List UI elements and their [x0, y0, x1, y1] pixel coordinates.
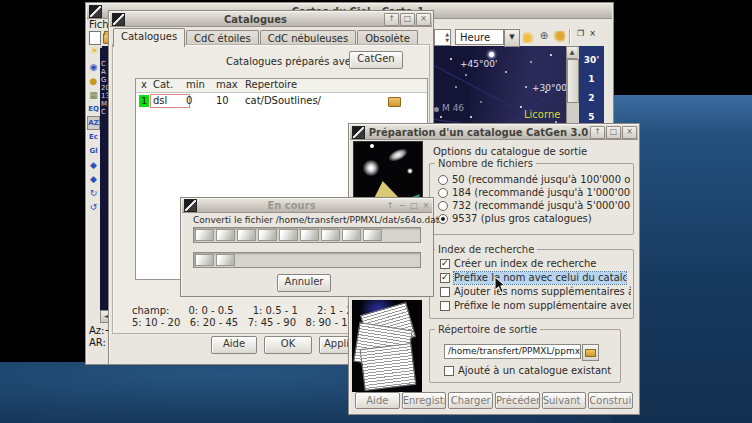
close-icon[interactable]: × [416, 13, 431, 26]
radio-732[interactable] [438, 201, 448, 211]
maximize-icon[interactable]: □ [400, 13, 415, 26]
radio-50-label[interactable]: 50 (recommandé jusqu'à 100'000 objets) [452, 174, 631, 186]
row-min-cell[interactable]: 0 [186, 95, 192, 106]
bright-star [489, 52, 494, 57]
maximize-icon[interactable]: □ [408, 201, 420, 210]
maximize-icon[interactable]: □ [606, 126, 621, 139]
catgen-titlebar[interactable]: Préparation d'un catalogue CatGen 3.0 ↑ … [350, 125, 638, 140]
pin-icon[interactable]: ↑ [384, 201, 396, 210]
close-icon[interactable]: × [622, 126, 637, 139]
radio-9537-label[interactable]: 9537 (plus gros catalogues) [452, 213, 631, 225]
minimize-icon[interactable]: − [396, 201, 408, 210]
checkbox-prefix-name[interactable] [440, 273, 450, 283]
rollup-icon[interactable]: ↑ [384, 13, 399, 26]
col-repertoire: Repertoire [245, 79, 297, 90]
comet-icon[interactable] [523, 31, 535, 43]
crosshair-icon[interactable]: ⊕ [538, 30, 550, 42]
radio-184[interactable] [438, 188, 448, 198]
browse-folder-icon[interactable] [388, 97, 401, 107]
time-step-spinner[interactable]: ▲▼ [434, 29, 451, 46]
prepared-label: Catalogues préparés avec [226, 56, 356, 67]
catgen-button-row: Aide Enregistrer Charger Précédent Suiva… [355, 392, 633, 409]
flip-horizontal-icon[interactable]: ◆ [87, 158, 100, 172]
checkbox-create-index-label[interactable]: Créer un index de recherche [454, 258, 631, 270]
fov-item[interactable]: 5 [579, 112, 604, 122]
ok-button[interactable]: OK [264, 336, 312, 354]
checkbox-append-existing-label[interactable]: Ajouté à un catalogue existant [458, 365, 618, 377]
checkbox-add-names[interactable] [440, 287, 450, 297]
tracking-icon[interactable] [553, 31, 565, 43]
clock-icon[interactable]: ◉ [87, 60, 100, 74]
progress-dialog: En cours ↑ − □ × Converti le fichier /ho… [180, 197, 434, 297]
progress-titlebar[interactable]: En cours ↑ − □ × [182, 199, 432, 213]
scroll-up-arrow[interactable]: ▲ [567, 47, 577, 59]
row-repertoire-cell[interactable]: cat/DSoutlines/ [245, 95, 321, 106]
table-header: x Cat. min max Repertoire [136, 79, 427, 93]
col-min: min [186, 79, 205, 90]
row-active-cell[interactable]: 1 [139, 95, 149, 107]
radio-50[interactable] [438, 175, 448, 185]
catalogues-title: Catalogues [127, 14, 384, 25]
index-group-legend: Index de recherche [435, 244, 537, 255]
files-group-legend: Nombre de fichiers [435, 158, 536, 169]
rotate-ccw-icon[interactable]: ↺ [87, 200, 100, 214]
progress-message: Converti le fichier /home/transfert/PPMX… [193, 215, 439, 225]
catalogues-titlebar[interactable]: Catalogues ↑ □ × [110, 12, 432, 27]
m46-dot [434, 107, 439, 112]
grid-icon[interactable]: ▦ [87, 88, 100, 102]
next-button[interactable]: Suivant > [542, 392, 587, 409]
scroll-thumb[interactable] [567, 59, 579, 103]
progress-bar-file [193, 227, 421, 243]
radio-184-label[interactable]: 184 (recommandé jusqu'à 1'000'000 objets… [452, 187, 631, 199]
app-icon [352, 126, 365, 139]
fov-item[interactable]: 30' [579, 55, 604, 65]
galaxy-image [353, 141, 423, 205]
previous-button[interactable]: Précédent [495, 392, 540, 409]
rotate-cw-icon[interactable]: ↻ [87, 186, 100, 200]
build-button[interactable]: Construire le [588, 392, 633, 409]
files-group: Nombre de fichiers 50 (recommandé jusqu'… [429, 163, 634, 235]
lock-icon[interactable]: ● [87, 74, 100, 88]
catalog-papers-image [352, 300, 422, 392]
checkbox-create-index[interactable] [440, 259, 450, 269]
col-max: max [216, 79, 238, 90]
row-max-cell[interactable]: 10 [216, 95, 229, 106]
progress-bar-total [193, 252, 421, 268]
equatorial-button[interactable]: EQ [87, 102, 100, 116]
output-path-input[interactable]: /home/transfert/PPMXL/ppmxl [444, 344, 581, 359]
col-x: x [141, 79, 147, 90]
tab-catalogues[interactable]: Catalogues [113, 28, 185, 47]
radio-732-label[interactable]: 732 (recommandé jusqu'à 5'000'000 objets… [452, 200, 631, 212]
help-button[interactable]: Aide [355, 392, 400, 409]
checkbox-prefix-supp-label[interactable]: Préfixe le nom supplémentaire avec son l… [454, 300, 631, 312]
save-button[interactable]: Enregistrer [402, 392, 447, 409]
browse-folder-button[interactable] [582, 344, 599, 361]
radio-9537[interactable] [438, 214, 448, 224]
row-cat-cell[interactable]: dsl [150, 94, 190, 108]
mdi-restore-icon[interactable]: ❐ [575, 29, 586, 39]
azimuthal-button[interactable]: AZ [87, 116, 100, 130]
flip-vertical-icon[interactable]: ◆ [87, 172, 100, 186]
fov-item[interactable]: 1 [579, 74, 604, 84]
cancel-button[interactable]: Annuler [277, 274, 331, 292]
galactic-button[interactable]: Gl [87, 144, 100, 158]
ecliptic-button[interactable]: Ec [87, 130, 100, 144]
fov-item[interactable]: 2 [579, 93, 604, 103]
index-group: Index de recherche Créer un index de rec… [429, 249, 634, 319]
new-document-icon[interactable] [89, 31, 101, 45]
combo-dropdown-icon[interactable]: ▼ [504, 29, 520, 47]
checkbox-prefix-name-label[interactable]: Préfixe le nom avec celui du catalogue [454, 272, 626, 284]
rollup-icon[interactable]: ↑ [590, 126, 605, 139]
close-icon[interactable]: × [420, 201, 432, 210]
help-button[interactable]: Aide [211, 336, 257, 354]
catgen-button[interactable]: CatGen [349, 51, 403, 69]
checkbox-append-existing[interactable] [444, 366, 454, 376]
time-unit-combo[interactable]: Heure [455, 29, 504, 45]
checkbox-add-names-label[interactable]: Ajouter les noms supplémentaires à l'ind… [454, 286, 631, 298]
progress-title: En cours [199, 200, 384, 211]
app-icon [89, 5, 102, 18]
load-button[interactable]: Charger [448, 392, 493, 409]
declination-label-30: +30°00' [532, 83, 566, 93]
checkbox-prefix-supp[interactable] [440, 301, 450, 311]
mdi-close-icon[interactable]: × [587, 29, 598, 39]
